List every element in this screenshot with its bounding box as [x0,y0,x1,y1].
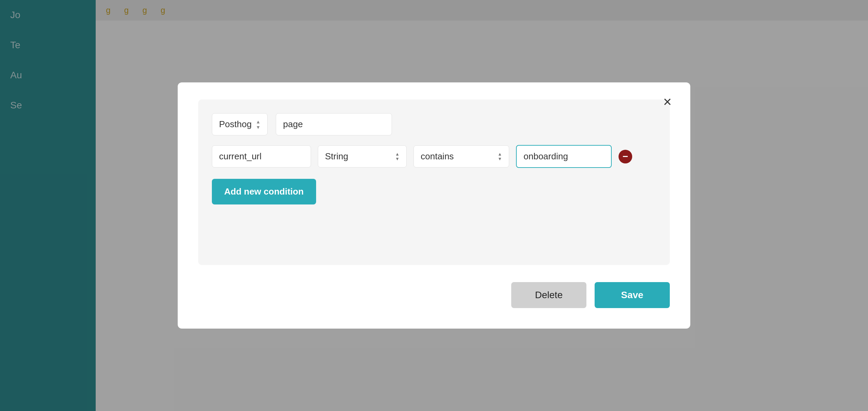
modal-backdrop: × Posthog ▲ ▼ String [0,0,868,411]
operator-label: contains [421,151,454,162]
operator-arrows-icon: ▲ ▼ [498,152,502,161]
remove-icon: − [619,150,632,163]
modal-footer: Delete Save [198,282,670,308]
type-arrows-icon: ▲ ▼ [395,152,399,161]
page-field[interactable] [276,113,392,135]
modal-dialog: × Posthog ▲ ▼ String [178,82,690,329]
value-input[interactable] [516,145,612,168]
close-button[interactable]: × [658,93,677,111]
add-condition-button[interactable]: Add new condition [212,179,316,204]
save-button[interactable]: Save [595,282,670,308]
type-label: String [325,151,348,162]
filter-row-source: Posthog ▲ ▼ [212,113,656,135]
filter-row-condition: String ▲ ▼ contains ▲ ▼ − [212,145,656,168]
filter-card: Posthog ▲ ▼ String ▲ ▼ [198,100,670,265]
delete-button[interactable]: Delete [511,282,586,308]
field-input[interactable] [212,145,311,168]
operator-selector[interactable]: contains ▲ ▼ [413,145,509,168]
type-selector[interactable]: String ▲ ▼ [318,145,407,168]
source-selector[interactable]: Posthog ▲ ▼ [212,113,268,135]
source-arrows-icon: ▲ ▼ [256,119,260,130]
source-label: Posthog [219,119,252,130]
remove-condition-button[interactable]: − [619,150,632,163]
